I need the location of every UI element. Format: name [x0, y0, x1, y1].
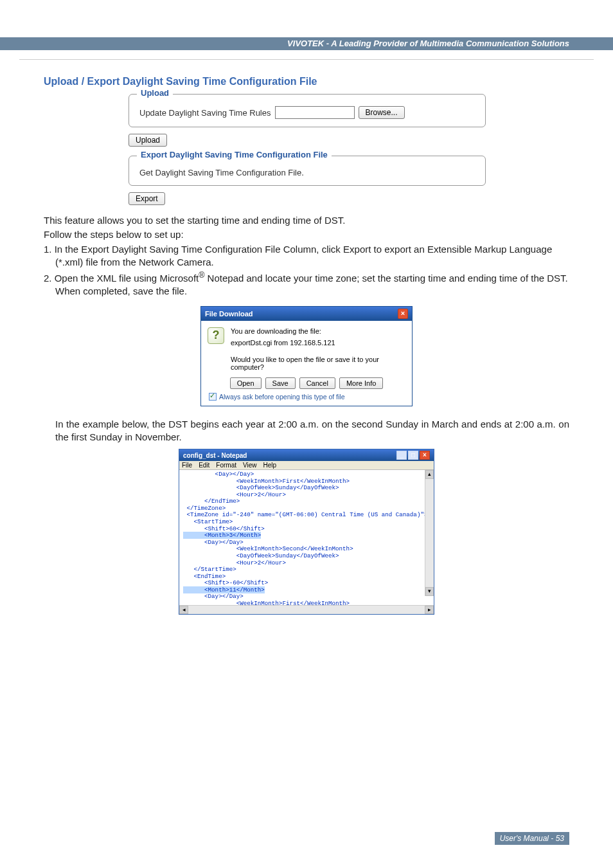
question-icon: ?	[208, 327, 224, 344]
minimize-icon[interactable]: _	[396, 451, 407, 460]
menu-view[interactable]: View	[243, 462, 257, 469]
always-ask-checkbox[interactable]	[209, 393, 217, 401]
more-info-button[interactable]: More Info	[339, 377, 383, 389]
export-fieldset: Export Daylight Saving Time Configuratio…	[129, 156, 486, 186]
horizontal-scrollbar[interactable]: ◂ ▸	[179, 605, 434, 614]
scroll-left-icon[interactable]: ◂	[179, 606, 188, 614]
export-label: Get Daylight Saving Time Configuration F…	[139, 168, 477, 177]
scroll-up-icon[interactable]: ▴	[425, 470, 434, 479]
upload-file-input[interactable]	[275, 106, 355, 119]
menu-format[interactable]: Format	[216, 462, 236, 469]
paragraph-intro: This feature allows you to set the start…	[44, 214, 569, 227]
upload-fieldset: Upload Update Daylight Saving Time Rules…	[129, 94, 486, 127]
cancel-button[interactable]: Cancel	[299, 377, 335, 389]
save-button[interactable]: Save	[265, 377, 296, 389]
notepad-title: config_dst - Notepad	[183, 452, 247, 459]
always-ask-label: Always ask before opening this type of f…	[219, 393, 345, 401]
scroll-down-icon[interactable]: ▾	[425, 587, 434, 596]
dialog-line1: You are downloading the file:	[231, 327, 335, 335]
open-button[interactable]: Open	[230, 377, 262, 389]
header-brand: VIVOTEK - A Leading Provider of Multimed…	[0, 37, 613, 50]
dialog-line2: exportDst.cgi from 192.168.5.121	[231, 339, 335, 347]
dialog-question: Would you like to open the file or save …	[231, 356, 405, 371]
step-1: 1. In the Export Daylight Saving Time Co…	[55, 243, 569, 269]
export-legend: Export Daylight Saving Time Configuratio…	[137, 150, 332, 159]
notepad-window: config_dst - Notepad _ □ × File Edit For…	[179, 449, 434, 615]
export-button[interactable]: Export	[129, 192, 165, 205]
file-download-dialog: File Download × ? You are downloading th…	[200, 306, 413, 406]
notepad-content[interactable]: <Day></Day> <WeekInMonth>First</WeekInMo…	[179, 470, 434, 605]
close-icon[interactable]: ×	[420, 451, 430, 460]
page-footer: User's Manual - 53	[495, 832, 569, 845]
scroll-right-icon[interactable]: ▸	[425, 606, 434, 614]
dialog-title: File Download	[205, 310, 253, 318]
upload-label: Update Daylight Saving Time Rules	[139, 108, 271, 118]
upload-button[interactable]: Upload	[129, 134, 167, 147]
browse-button[interactable]: Browse...	[359, 106, 405, 119]
notepad-menu[interactable]: File Edit Format View Help	[179, 461, 434, 470]
section-heading: Upload / Export Daylight Saving Time Con…	[44, 76, 569, 87]
upload-legend: Upload	[137, 88, 173, 98]
menu-edit[interactable]: Edit	[199, 462, 209, 469]
divider	[19, 59, 594, 60]
menu-help[interactable]: Help	[263, 462, 277, 469]
close-icon[interactable]: ×	[398, 309, 408, 319]
menu-file[interactable]: File	[182, 462, 192, 469]
paragraph-example: In the example below, the DST begins eac…	[55, 418, 569, 444]
vertical-scrollbar[interactable]: ▴ ▾	[425, 470, 434, 596]
step-2: 2. Open the XML file using Microsoft® No…	[55, 270, 569, 298]
paragraph-follow: Follow the steps below to set up:	[44, 228, 569, 241]
maximize-icon[interactable]: □	[408, 451, 418, 460]
